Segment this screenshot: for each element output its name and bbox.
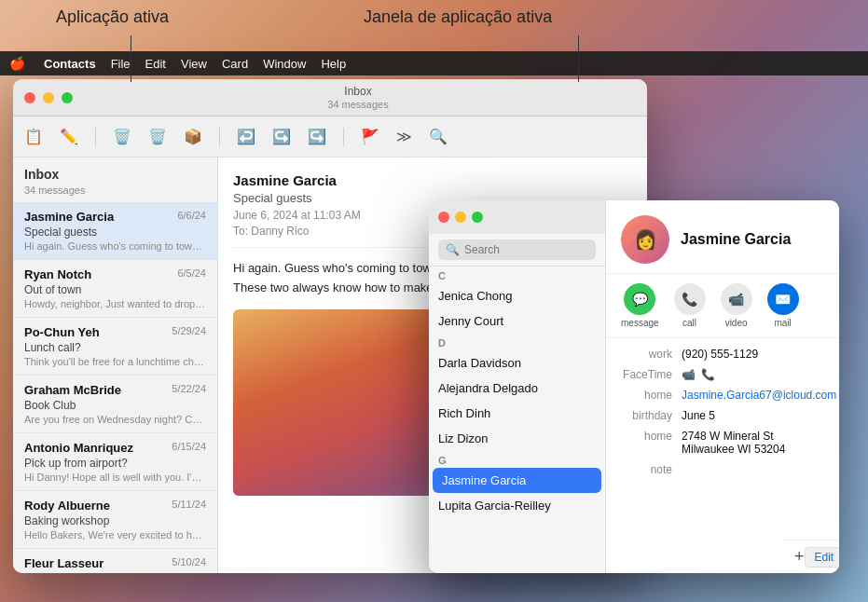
toolbar-folder-icon[interactable]: 📦 — [184, 128, 202, 145]
toolbar-more-icon[interactable]: ≫ — [396, 128, 412, 145]
contact-details: work (920) 555-1129 FaceTime 📹 📞 home Ja… — [606, 338, 839, 493]
video-icon: 📹 — [721, 283, 752, 315]
contacts-search-bar[interactable]: 🔍 — [438, 239, 596, 260]
list-item[interactable]: Fleur Lasseur 5/10/24 Soccer jerseys Are… — [13, 549, 217, 573]
list-item[interactable]: Antonio Manriquez 6/15/24 Pick up from a… — [13, 433, 217, 491]
toolbar-archive-icon[interactable]: 🗑️ — [113, 128, 131, 145]
facetime-video-icon[interactable]: 📹 — [682, 368, 696, 381]
list-item[interactable]: Ryan Notch 6/5/24 Out of town Howdy, nei… — [13, 260, 217, 318]
video-action-button[interactable]: 📹 video — [721, 283, 752, 328]
contacts-bottom-bar: + Edit ↑ — [783, 540, 839, 573]
contact-item-jasmine-garcia[interactable]: Jasmine Garcia — [433, 468, 601, 493]
toolbar-separator2 — [219, 128, 220, 146]
menu-view[interactable]: View — [181, 57, 207, 71]
message-icon: 💬 — [624, 283, 655, 315]
contacts-search-area: 🔍 — [429, 234, 605, 267]
toolbar-flag-icon[interactable]: 🚩 — [361, 128, 379, 145]
toolbar-forward-icon[interactable]: ↪️ — [308, 128, 326, 145]
annotation-active-window: Janela de aplicação ativa — [364, 7, 552, 27]
list-item[interactable]: Graham McBride 5/22/24 Book Club Are you… — [13, 376, 217, 433]
mail-toolbar: 📋 ✏️ 🗑️ 🗑️ 📦 ↩️ ↪️ ↪️ 🚩 ≫ 🔍 — [13, 116, 647, 157]
email-date: June 6, 2024 at 11:03 AM — [233, 209, 361, 222]
add-contact-button[interactable]: + — [794, 547, 805, 567]
toolbar-reply-all-icon[interactable]: ↪️ — [272, 128, 291, 145]
close-button[interactable] — [24, 92, 35, 103]
annotation-active-app: Aplicação ativa — [56, 7, 169, 27]
toolbar-new-icon[interactable]: ✏️ — [60, 128, 78, 145]
message-action-button[interactable]: 💬 message — [621, 283, 659, 328]
mail-icon: ✉️ — [767, 283, 799, 315]
call-action-button[interactable]: 📞 call — [674, 283, 706, 328]
menu-file[interactable]: File — [111, 57, 131, 71]
contacts-list-panel: 🔍 C Jenica Chong Jenny Court D Darla Dav… — [429, 200, 606, 573]
section-header-d: D — [429, 334, 605, 350]
apple-menu[interactable]: 🍎 — [9, 56, 25, 71]
sidebar-header: Inbox 34 messages — [13, 157, 217, 202]
facetime-phone-icon[interactable]: 📞 — [701, 368, 715, 381]
mail-action-button[interactable]: ✉️ mail — [767, 283, 799, 328]
contacts-window: 🔍 C Jenica Chong Jenny Court D Darla Dav… — [429, 200, 839, 573]
contact-item-jenica-chong[interactable]: Jenica Chong — [429, 283, 605, 308]
toolbar-search-icon[interactable]: 🔍 — [429, 128, 448, 145]
toolbar-trash-icon[interactable]: 🗑️ — [148, 128, 167, 145]
edit-contact-button[interactable]: Edit — [805, 547, 839, 568]
menu-contacts[interactable]: Contacts — [44, 57, 96, 71]
section-header-g: G — [429, 451, 605, 468]
facetime-icons: 📹 📞 — [682, 368, 824, 381]
menu-window[interactable]: Window — [263, 57, 306, 71]
search-input[interactable] — [464, 243, 588, 256]
contact-item-rich-dinh[interactable]: Rich Dinh — [429, 401, 605, 426]
detail-row-birthday: birthday June 5 — [621, 409, 824, 422]
contact-item-alejandra-delgado[interactable]: Alejandra Delgado — [429, 376, 605, 401]
contacts-maximize-button[interactable] — [472, 212, 483, 223]
contact-item-darla-davidson[interactable]: Darla Davidson — [429, 350, 605, 376]
section-header-c: C — [429, 267, 605, 283]
mail-titlebar: Inbox 34 messages — [13, 79, 647, 116]
search-icon: 🔍 — [446, 243, 460, 256]
toolbar-separator — [95, 128, 96, 146]
email-from: Jasmine Garcia — [233, 172, 632, 188]
detail-row-note: note — [621, 463, 824, 476]
maximize-button[interactable] — [62, 92, 73, 103]
detail-row-work: work (920) 555-1129 — [621, 348, 824, 361]
list-item[interactable]: Rody Albuerne 5/11/24 Baking workshop He… — [13, 491, 217, 549]
contact-item-lupita-garcia-reilley[interactable]: Lupita Garcia-Reilley — [429, 493, 605, 518]
toolbar-compose-icon[interactable]: 📋 — [24, 128, 43, 145]
contacts-titlebar — [429, 200, 605, 234]
mail-sidebar: Inbox 34 messages Jasmine Garcia 6/6/24 … — [13, 157, 218, 573]
toolbar-reply-icon[interactable]: ↩️ — [237, 128, 255, 145]
list-item[interactable]: Po-Chun Yeh 5/29/24 Lunch call? Think yo… — [13, 318, 217, 376]
menu-card[interactable]: Card — [222, 57, 248, 71]
annotation-line-left — [131, 35, 131, 82]
minimize-button[interactable] — [43, 92, 54, 103]
contacts-list: C Jenica Chong Jenny Court D Darla David… — [429, 267, 605, 555]
avatar: 👩 — [621, 215, 669, 264]
menu-edit[interactable]: Edit — [145, 57, 166, 71]
call-icon: 📞 — [674, 283, 706, 315]
contact-item-liz-dizon[interactable]: Liz Dizon — [429, 426, 605, 451]
detail-row-facetime: FaceTime 📹 📞 — [621, 368, 824, 381]
contacts-close-button[interactable] — [438, 212, 449, 223]
detail-row-home-email: home Jasmine.Garcia67@icloud.com — [621, 389, 824, 402]
contact-detail-panel: 👩 Jasmine Garcia 💬 message 📞 call 📹 vide… — [606, 200, 839, 573]
detail-row-home-address: home 2748 W Mineral StMilwaukee WI 53204 — [621, 430, 824, 456]
contact-actions: 💬 message 📞 call 📹 video ✉️ mail — [606, 274, 839, 338]
mail-title: Inbox 34 messages — [80, 85, 636, 111]
contact-header: 👩 Jasmine Garcia — [606, 200, 839, 274]
contact-item-jenny-court[interactable]: Jenny Court — [429, 308, 605, 334]
menu-help[interactable]: Help — [321, 57, 346, 71]
toolbar-separator3 — [343, 128, 344, 146]
annotation-line-right — [578, 35, 579, 82]
contacts-minimize-button[interactable] — [455, 212, 466, 223]
contact-name: Jasmine Garcia — [681, 231, 791, 248]
list-item[interactable]: Jasmine Garcia 6/6/24 Special guests Hi … — [13, 202, 217, 260]
